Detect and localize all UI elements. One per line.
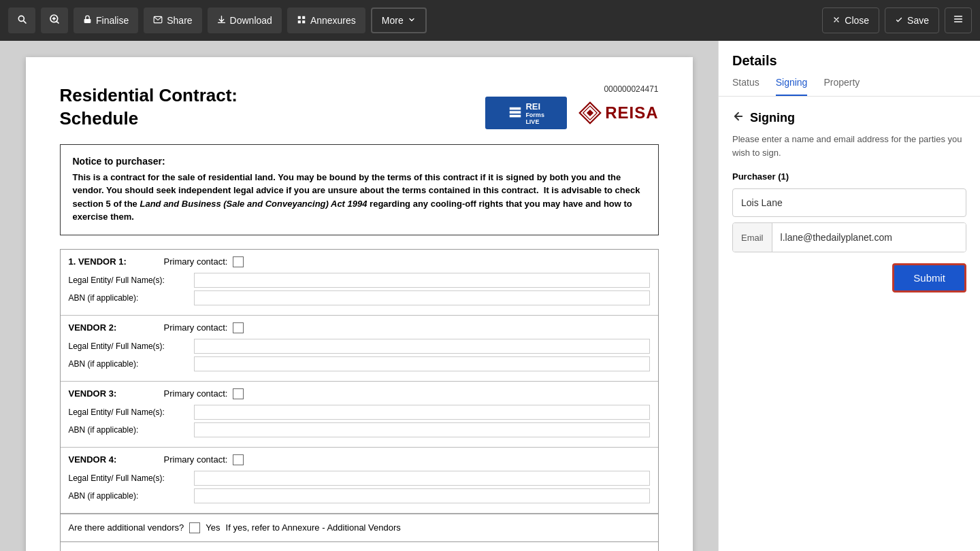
download-button[interactable]: Download: [208, 7, 282, 33]
download-icon: [217, 15, 226, 26]
vendor-2-abn-label: ABN (if applicable):: [69, 359, 191, 369]
document-number: 000000024471: [485, 84, 658, 94]
vendor-4-abn-row: ABN (if applicable):: [69, 488, 650, 503]
additional-vendors-label: Are there additional vendors?: [69, 522, 184, 533]
close-label: Close: [845, 15, 869, 26]
signing-header: Signing: [732, 110, 966, 126]
document-page: Residential Contract: Schedule 000000024…: [26, 57, 693, 551]
tab-signing[interactable]: Signing: [776, 77, 808, 96]
vendor-2-label: VENDOR 2:: [69, 322, 150, 333]
vendor-1-label: 1. VENDOR 1:: [69, 256, 150, 267]
share-label: Share: [167, 15, 192, 26]
back-arrow-icon[interactable]: [732, 110, 745, 126]
vendor-4-row: VENDOR 4: Primary contact: Legal Entity/…: [61, 448, 658, 514]
vendor-2-abn-input[interactable]: [194, 356, 650, 371]
vendor-address-title: VENDOR PRIMARY CONTACT ADDRESS: [69, 549, 650, 551]
list-button[interactable]: [945, 7, 972, 33]
additional-vendors-row: Are there additional vendors? Yes If yes…: [61, 514, 658, 541]
vendor-4-primary-contact: Primary contact:: [164, 454, 244, 465]
email-prefix-label: Email: [733, 223, 772, 252]
yes-label: Yes: [206, 522, 220, 533]
vendor-3-name-label: Legal Entity/ Full Name(s):: [69, 407, 191, 417]
search-button[interactable]: [8, 7, 35, 33]
purchaser-label: Purchaser (1): [732, 171, 966, 182]
vendor-1-header: 1. VENDOR 1: Primary contact:: [69, 256, 650, 267]
close-button[interactable]: Close: [822, 7, 879, 33]
document-logos: REI Forms LIVE: [485, 97, 658, 129]
finalise-label: Finalise: [96, 15, 129, 26]
vendor-1-primary-checkbox[interactable]: [233, 256, 244, 267]
doc-logos-wrapper: 000000024471 REI Forms LIVE: [485, 84, 658, 129]
vendor-3-abn-label: ABN (if applicable):: [69, 425, 191, 435]
vendor-1-name-label: Legal Entity/ Full Name(s):: [69, 276, 191, 285]
submit-label: Submit: [913, 272, 945, 284]
zoom-icon: [49, 14, 60, 27]
email-wrapper: Email: [732, 222, 966, 252]
vendor-2-row: VENDOR 2: Primary contact: Legal Entity/…: [61, 316, 658, 382]
toolbar: Finalise Share Download Annexures More: [0, 0, 980, 41]
additional-vendors-note: If yes, refer to Annexure - Additional V…: [226, 522, 401, 533]
vendor-1-name-input[interactable]: [194, 273, 650, 288]
vendor-3-header: VENDOR 3: Primary contact:: [69, 388, 650, 399]
save-label: Save: [907, 15, 929, 26]
x-icon: [832, 15, 840, 26]
sidebar-tabs: Status Signing Property: [719, 69, 980, 97]
sidebar: Details Status Signing Property Signing …: [718, 41, 980, 551]
vendor-1-abn-input[interactable]: [194, 290, 650, 305]
vendors-section: 1. VENDOR 1: Primary contact: Legal Enti…: [60, 249, 659, 551]
submit-button[interactable]: Submit: [892, 263, 966, 293]
vendor-4-label: VENDOR 4:: [69, 454, 150, 465]
vendor-3-row: VENDOR 3: Primary contact: Legal Entity/…: [61, 382, 658, 448]
vendor-2-primary-checkbox[interactable]: [233, 322, 244, 333]
notice-body: This is a contract for the sale of resid…: [73, 171, 646, 224]
vendor-2-primary-contact: Primary contact:: [164, 322, 244, 333]
vendor-4-name-row: Legal Entity/ Full Name(s):: [69, 471, 650, 486]
svg-rect-5: [302, 20, 305, 23]
purchaser-name-input[interactable]: [732, 188, 966, 217]
notice-box: Notice to purchaser: This is a contract …: [60, 144, 659, 235]
main-layout: Residential Contract: Schedule 000000024…: [0, 41, 980, 551]
vendor-1-primary-contact: Primary contact:: [164, 256, 244, 267]
vendor-2-name-input[interactable]: [194, 339, 650, 354]
vendor-1-row: 1. VENDOR 1: Primary contact: Legal Enti…: [61, 250, 658, 316]
signing-description: Please enter a name and email address fo…: [732, 133, 966, 159]
signing-title: Signing: [750, 111, 795, 125]
svg-rect-0: [84, 19, 91, 23]
tab-property[interactable]: Property: [823, 77, 860, 96]
download-label: Download: [230, 15, 272, 26]
vendor-4-name-input[interactable]: [194, 471, 650, 486]
rei-forms-live-logo: REI Forms LIVE: [485, 97, 567, 129]
tab-status[interactable]: Status: [732, 77, 760, 96]
vendor-3-name-row: Legal Entity/ Full Name(s):: [69, 405, 650, 420]
check-icon: [895, 15, 903, 26]
vendor-2-header: VENDOR 2: Primary contact:: [69, 322, 650, 333]
additional-vendors-checkbox[interactable]: [189, 522, 200, 533]
vendor-2-name-row: Legal Entity/ Full Name(s):: [69, 339, 650, 354]
vendor-2-abn-row: ABN (if applicable):: [69, 356, 650, 371]
vendor-2-name-label: Legal Entity/ Full Name(s):: [69, 341, 191, 351]
vendor-3-name-input[interactable]: [194, 405, 650, 420]
vendor-3-primary-checkbox[interactable]: [233, 388, 244, 399]
share-button[interactable]: Share: [144, 7, 201, 33]
document-header: Residential Contract: Schedule 000000024…: [60, 84, 659, 131]
zoom-button[interactable]: [41, 7, 68, 33]
toolbar-right: Close Save: [822, 7, 972, 33]
vendor-1-name-row: Legal Entity/ Full Name(s):: [69, 273, 650, 288]
vendor-4-abn-input[interactable]: [194, 488, 650, 503]
svg-rect-3: [302, 16, 305, 18]
vendor-3-abn-input[interactable]: [194, 422, 650, 437]
grid-icon: [297, 15, 306, 27]
sidebar-header: Details: [719, 41, 980, 69]
save-button[interactable]: Save: [885, 7, 939, 33]
vendor-4-primary-checkbox[interactable]: [233, 454, 244, 465]
document-title: Residential Contract: Schedule: [60, 84, 238, 131]
vendor-3-abn-row: ABN (if applicable):: [69, 422, 650, 437]
annexures-button[interactable]: Annexures: [287, 7, 365, 33]
finalise-button[interactable]: Finalise: [74, 7, 138, 33]
more-button[interactable]: More: [371, 7, 427, 33]
document-area: Residential Contract: Schedule 000000024…: [0, 41, 718, 551]
notice-title: Notice to purchaser:: [73, 156, 646, 167]
lock-icon: [83, 15, 92, 26]
reisa-text: REISA: [605, 103, 658, 122]
purchaser-email-input[interactable]: [772, 223, 966, 252]
